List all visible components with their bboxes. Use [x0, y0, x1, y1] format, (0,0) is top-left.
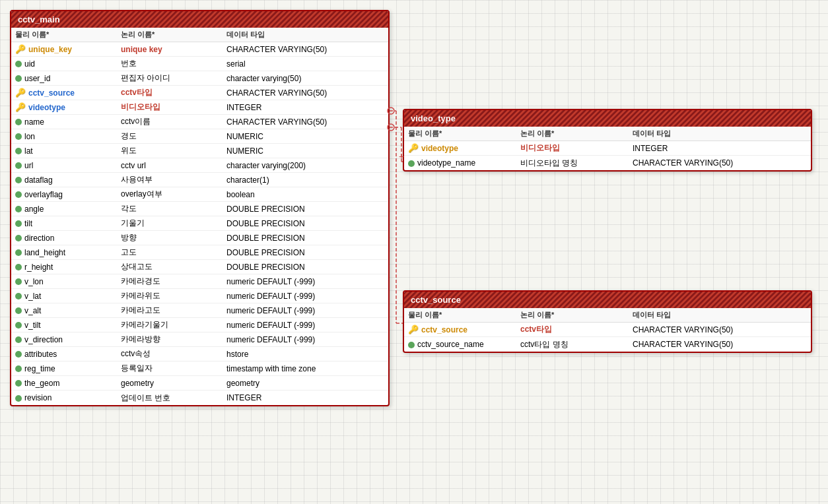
logical-name: 고도	[121, 247, 137, 257]
physical-name: v_alt	[24, 306, 41, 315]
cell-physical: 🔑cctv_source	[408, 325, 520, 334]
video-type-header: 물리 이름* 논리 이름* 데이터 타입	[404, 127, 811, 141]
cell-physical: 🔑cctv_source	[15, 88, 121, 98]
physical-name: v_lat	[24, 292, 41, 301]
circle-icon	[408, 342, 415, 348]
table-row: overlayflagoverlay여부boolean	[11, 187, 388, 202]
circle-icon	[15, 322, 22, 329]
circle-icon	[15, 220, 22, 227]
cell-datatype: NUMERIC	[226, 132, 372, 141]
cell-physical: dataflag	[15, 175, 121, 185]
table-row: land_height고도DOUBLE PRECISION	[11, 245, 388, 260]
cell-physical: videotype_name	[408, 158, 520, 168]
logical-name: 위도	[121, 146, 137, 155]
cell-logical: 번호	[121, 58, 226, 69]
pk-icon: 🔑	[408, 325, 419, 334]
cell-physical: lon	[15, 132, 121, 141]
circle-icon	[15, 191, 22, 198]
circle-icon	[15, 119, 22, 125]
cell-physical: uid	[15, 59, 121, 69]
table-row: user_id편집자 아이디character varying(50)	[11, 71, 388, 86]
logical-name: 카메라경도	[121, 276, 160, 286]
logical-name: cctv타입	[121, 88, 153, 97]
physical-name: r_height	[24, 263, 53, 272]
cell-datatype: INTEGER	[226, 103, 372, 112]
circle-icon	[15, 278, 22, 285]
physical-name: videotype_name	[417, 158, 475, 168]
table-row: urlcctv urlcharacter varying(200)	[11, 158, 388, 173]
logical-name: 각도	[121, 204, 137, 213]
logical-name: overlay여부	[121, 189, 162, 199]
cell-datatype: CHARACTER VARYING(50)	[633, 158, 791, 168]
table-row: 🔑videotype비디오타입INTEGER	[404, 141, 811, 156]
cell-logical: 기울기	[121, 218, 226, 229]
cell-datatype: DOUBLE PRECISION	[226, 205, 372, 214]
table-row: lon경도NUMERIC	[11, 129, 388, 144]
video-type-title: video_type	[404, 110, 811, 127]
physical-name: name	[24, 117, 44, 127]
table-row: the_geomgeometrygeometry	[11, 376, 388, 391]
cell-logical: 카메라경도	[121, 276, 226, 287]
table-row: 🔑videotype비디오타입INTEGER	[11, 100, 388, 115]
table-row: v_alt카메라고도numeric DEFAULT (-999)	[11, 303, 388, 318]
circle-icon	[408, 160, 415, 167]
table-row: lat위도NUMERIC	[11, 144, 388, 158]
physical-name: attributes	[24, 350, 57, 359]
cell-physical: user_id	[15, 74, 121, 83]
header-datatype: 데이터 타입	[226, 30, 372, 40]
circle-icon	[15, 293, 22, 299]
cell-datatype: geometry	[226, 379, 372, 388]
logical-name: 기울기	[121, 218, 145, 228]
physical-name: cctv_source_name	[417, 340, 484, 349]
circle-icon	[15, 75, 22, 82]
vt-header-logical: 논리 이름*	[520, 129, 633, 139]
cell-logical: geometry	[121, 379, 226, 388]
physical-name: direction	[24, 234, 54, 243]
table-row: videotype_name비디오타입 명칭CHARACTER VARYING(…	[404, 156, 811, 170]
pk-icon: 🔑	[408, 143, 419, 153]
circle-icon	[15, 264, 22, 270]
logical-name: cctv속성	[121, 349, 151, 358]
cell-physical: v_tilt	[15, 321, 121, 330]
physical-name: videotype	[421, 144, 458, 153]
cs-header-physical: 물리 이름*	[408, 310, 520, 320]
logical-name: cctv이름	[121, 117, 151, 126]
circle-icon	[15, 206, 22, 212]
physical-name: v_direction	[24, 335, 63, 344]
logical-name: 등록일자	[121, 363, 153, 373]
video-type-rows: 🔑videotype비디오타입INTEGERvideotype_name비디오타…	[404, 141, 811, 170]
cell-datatype: numeric DEFAULT (-999)	[226, 292, 372, 301]
cell-logical: 방향	[121, 232, 226, 243]
table-row: attributescctv속성hstore	[11, 347, 388, 362]
circle-icon	[15, 133, 22, 140]
cell-physical: attributes	[15, 350, 121, 359]
cell-datatype: boolean	[226, 190, 372, 199]
circle-icon	[15, 380, 22, 387]
table-row: tilt기울기DOUBLE PRECISION	[11, 216, 388, 231]
table-row: uid번호serial	[11, 57, 388, 71]
fk-icon: 🔑	[15, 88, 26, 98]
table-row: 🔑cctv_sourcecctv타입CHARACTER VARYING(50)	[11, 86, 388, 100]
physical-name: user_id	[24, 74, 50, 83]
cell-logical: overlay여부	[121, 189, 226, 200]
physical-name: dataflag	[24, 175, 53, 185]
cell-datatype: CHARACTER VARYING(50)	[633, 325, 791, 334]
logical-name: 방향	[121, 233, 137, 242]
physical-name: overlayflag	[24, 190, 63, 199]
cell-datatype: character varying(50)	[226, 74, 372, 83]
cell-logical: cctv타입 명칭	[520, 339, 633, 350]
cell-logical: cctv속성	[121, 348, 226, 360]
cell-logical: cctv url	[121, 161, 226, 170]
cctv-main-header: 물리 이름* 논리 이름* 데이터 타입	[11, 28, 388, 42]
table-row: r_height상대고도DOUBLE PRECISION	[11, 260, 388, 274]
cell-datatype: character varying(200)	[226, 161, 372, 170]
physical-name: revision	[24, 393, 52, 402]
cell-physical: revision	[15, 393, 121, 402]
vt-header-physical: 물리 이름*	[408, 129, 520, 139]
cell-physical: direction	[15, 234, 121, 243]
cell-logical: 카메라방향	[121, 334, 226, 345]
cell-datatype: DOUBLE PRECISION	[226, 248, 372, 257]
logical-name: unique key	[121, 45, 162, 54]
cell-logical: 비디오타입	[520, 142, 633, 154]
table-row: v_lon카메라경도numeric DEFAULT (-999)	[11, 274, 388, 289]
